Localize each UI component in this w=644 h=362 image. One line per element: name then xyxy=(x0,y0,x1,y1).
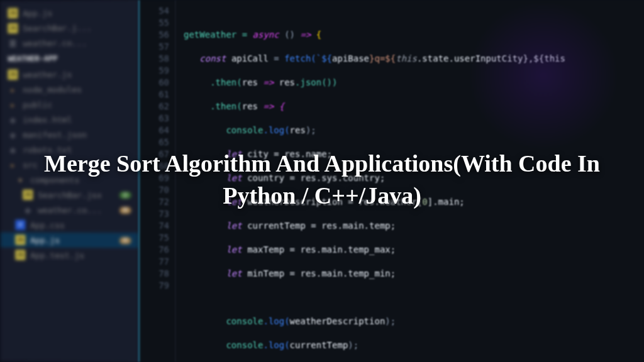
sidebar-file[interactable]: #App.css xyxy=(1,217,139,233)
css-icon: # xyxy=(15,220,25,230)
code-line: let minTemp = res.main.temp_min; xyxy=(184,268,636,280)
sidebar-folder[interactable]: ▸public xyxy=(1,96,139,112)
explorer-section-header[interactable]: WEATHER-APP xyxy=(1,50,139,67)
folder-icon: ▸ xyxy=(8,99,18,109)
code-line: getWeather = async () => { xyxy=(184,29,636,41)
file-icon: ☰ xyxy=(8,38,18,48)
sidebar-file-active[interactable]: JSApp.jsM xyxy=(1,233,139,248)
sidebar-file[interactable]: ◇index.html xyxy=(1,111,139,127)
git-status-badge: M xyxy=(119,237,131,244)
code-line: console.log(res); xyxy=(184,124,636,136)
js-icon: JS xyxy=(15,235,25,245)
file-icon: ◇ xyxy=(8,114,18,124)
file-icon: ◇ xyxy=(8,129,18,140)
code-line: .then(res => { xyxy=(184,101,636,112)
sidebar-file[interactable]: JSweather.js xyxy=(1,66,139,82)
js-icon: JS xyxy=(8,23,18,33)
sidebar-open-file[interactable]: JSApp.js xyxy=(1,4,139,21)
sidebar-file[interactable]: JSApp.test.js xyxy=(1,247,139,263)
code-line: let maxTemp = res.main.temp_max; xyxy=(184,244,636,256)
code-line: let currentTemp = res.main.temp; xyxy=(184,220,636,232)
code-line: .then(res => res.json()) xyxy=(184,77,636,89)
code-line: const apiCall = fetch(`${apiBase}q=${thi… xyxy=(184,53,636,65)
code-line xyxy=(184,292,636,304)
sidebar-folder[interactable]: ▸node_modules xyxy=(1,81,139,97)
sidebar-open-file[interactable]: ☰weather.co... xyxy=(1,35,139,51)
code-line: console.log(currentTemp); xyxy=(184,339,636,351)
article-title-overlay: Merge Sort Algorithm And Applications(Wi… xyxy=(0,148,644,212)
code-line: console.log(weatherDescription); xyxy=(184,315,636,327)
sidebar-open-file[interactable]: JSSearchBar.j... xyxy=(1,19,139,36)
js-icon: JS xyxy=(15,250,25,260)
sidebar-file[interactable]: ◇manifest.json xyxy=(1,127,139,143)
folder-icon: ▸ xyxy=(8,85,18,95)
js-icon: JS xyxy=(8,70,18,80)
js-icon: JS xyxy=(8,8,18,18)
